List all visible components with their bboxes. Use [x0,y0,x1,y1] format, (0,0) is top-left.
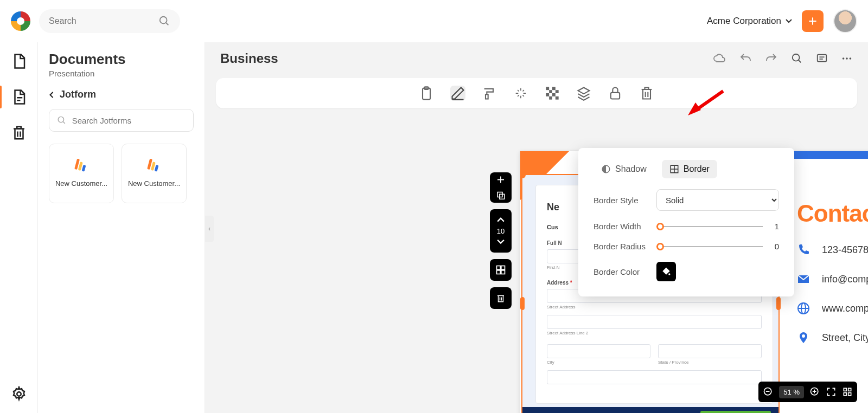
resize-handle-e[interactable] [776,297,781,310]
layers-tool[interactable] [576,86,591,101]
card-label: New Customer... [55,179,107,188]
prev-slide-icon[interactable] [497,214,505,227]
plus-icon [807,10,818,32]
chevron-left-icon [49,91,54,99]
svg-rect-66 [844,393,846,396]
jotform-cta: Create your own Jotform [700,411,771,414]
border-tool[interactable] [450,86,465,101]
slide-heading: Contact Us [797,200,868,227]
label-border-color: Border Color [593,267,656,276]
svg-rect-31 [611,93,620,99]
top-bar: Acme Corporation [0,0,868,42]
app-logo [11,11,30,31]
delete-slide-button[interactable] [490,287,512,309]
fill-icon [661,262,672,281]
svg-rect-40 [497,266,501,270]
clipboard-tool[interactable] [419,86,434,101]
global-search[interactable] [39,9,180,33]
border-style-select[interactable]: Solid [656,189,779,211]
svg-rect-29 [549,96,552,100]
panel-subtitle: Presentation [49,69,194,78]
border-popover: Shadow Border Border Style Solid Border … [578,148,794,296]
jotform-card[interactable]: New Customer... [49,144,114,203]
rail-file-icon[interactable] [11,53,27,69]
breadcrumb[interactable]: Jotform [49,89,194,100]
jotform-search[interactable] [49,109,194,132]
grid-view-button[interactable] [490,259,512,281]
svg-rect-24 [552,87,556,90]
create-button[interactable] [802,10,824,32]
search-icon [158,15,170,27]
svg-line-1 [166,23,169,25]
undo-icon[interactable] [739,52,752,65]
more-icon[interactable] [841,53,853,64]
svg-rect-43 [501,270,505,274]
user-avatar[interactable] [833,9,857,33]
global-search-input[interactable] [49,16,146,26]
duplicate-slide-icon[interactable] [496,188,506,203]
svg-rect-13 [818,55,827,62]
globe-icon [797,302,810,315]
shadow-icon [601,164,611,174]
svg-point-8 [17,392,21,396]
side-panel: Documents Presentation Jotform New Custo… [38,42,205,413]
delete-tool[interactable] [639,86,654,101]
location-icon [797,331,810,344]
opacity-tool[interactable] [545,86,560,101]
svg-point-50 [802,334,805,338]
svg-rect-23 [546,87,549,90]
svg-rect-65 [848,388,851,391]
svg-point-0 [160,17,167,24]
rail-settings-icon[interactable] [11,386,27,402]
email-icon [797,273,810,286]
jotform-card[interactable]: New Customer... [122,144,187,203]
zoom-out-icon[interactable] [763,382,774,402]
border-color-button[interactable] [656,262,676,281]
left-rail [0,42,38,413]
resize-handle-nw[interactable] [520,172,526,178]
cloud-sync-icon[interactable] [713,52,726,65]
svg-point-17 [846,57,848,60]
slide-float-tools: 10 [490,172,512,309]
paint-tool[interactable] [482,86,497,101]
svg-marker-35 [688,102,701,115]
tab-border[interactable]: Border [662,160,717,178]
rail-trash-icon[interactable] [11,125,27,141]
redo-icon[interactable] [765,52,778,65]
chevron-down-icon [786,19,792,23]
jotform-footer: Jotform Now create your own Jotform - It… [522,407,778,413]
border-radius-slider[interactable]: 0 [656,242,779,251]
border-icon [669,164,679,174]
zoom-value[interactable]: 51 % [779,386,804,398]
lock-tool[interactable] [608,86,623,101]
contact-list: 123-4567890 info@companyemail.com www.co… [797,243,868,344]
comment-icon[interactable] [816,53,828,64]
next-slide-icon[interactable] [497,235,505,249]
tab-shadow[interactable]: Shadow [593,160,654,178]
label-border-width: Border Width [593,222,656,231]
add-slide-icon[interactable] [496,172,506,187]
svg-rect-28 [552,93,556,96]
zoom-in-icon[interactable] [809,382,820,402]
svg-rect-42 [497,270,501,274]
rail-document-icon[interactable] [11,89,27,105]
label-border-style: Border Style [593,196,656,205]
jotform-logo-icon [530,407,538,413]
jotform-search-input[interactable] [72,116,186,125]
fullscreen-icon[interactable] [826,382,837,402]
document-title: Business [220,51,278,66]
svg-rect-25 [549,90,552,93]
border-width-slider[interactable]: 1 [656,222,779,231]
search-icon[interactable] [791,53,803,64]
svg-line-12 [799,60,801,63]
resize-handle-w[interactable] [520,297,525,310]
effects-tool[interactable] [513,86,528,101]
collapse-sidepanel[interactable]: ‹ [205,216,214,242]
svg-rect-27 [546,93,549,96]
org-dropdown[interactable]: Acme Corporation [707,16,792,27]
grid-icon[interactable] [842,382,853,402]
panel-title: Documents [49,51,194,68]
canvas-area: ‹ Business [205,42,868,413]
svg-point-9 [58,117,63,122]
svg-point-16 [843,57,845,60]
